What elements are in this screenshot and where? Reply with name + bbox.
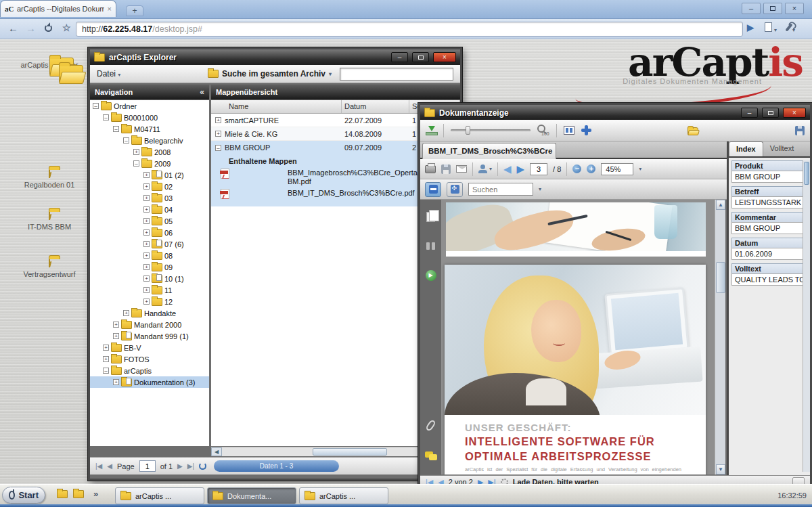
attachments-paperclip-icon[interactable] — [425, 419, 436, 432]
expand-toggle-icon[interactable]: + — [143, 241, 150, 247]
pdf-search-input[interactable] — [468, 183, 533, 196]
expand-toggle-icon[interactable]: + — [143, 264, 150, 270]
fit-window-toggle[interactable] — [447, 182, 463, 197]
tree-item[interactable]: –B0001000 — [90, 112, 209, 123]
tab-close-icon[interactable]: × — [108, 5, 112, 13]
explorer-titlebar[interactable]: arCaptis Explorer – × — [90, 49, 460, 65]
page-number-input[interactable] — [139, 460, 156, 472]
window-minimize-button[interactable]: – — [742, 3, 761, 14]
page-menu-button[interactable]: ▾ — [765, 22, 785, 36]
tree-item[interactable]: –Ordner — [90, 100, 209, 112]
viewer-close-button[interactable]: × — [783, 108, 806, 118]
taskbar-task-button[interactable]: arCaptis ... — [299, 487, 388, 504]
explorer-maximize-button[interactable] — [412, 52, 429, 62]
expand-toggle-icon[interactable]: + — [143, 183, 150, 190]
expand-toggle-icon[interactable]: + — [113, 322, 119, 328]
collapse-toggle-icon[interactable]: – — [93, 103, 99, 109]
first-page-button[interactable]: |◀ — [95, 462, 102, 470]
start-button[interactable]: Start — [2, 487, 45, 504]
next-page-button[interactable]: ▶ — [177, 462, 183, 470]
expand-toggle-icon[interactable]: + — [215, 131, 221, 137]
dropdown-icon[interactable]: ▾ — [639, 166, 641, 172]
pdf-page-input[interactable] — [530, 163, 547, 175]
tree-item[interactable]: +Mandant 2000 — [90, 319, 209, 330]
tree-item[interactable]: +01 (2) — [90, 169, 209, 181]
comments-bubbles-icon[interactable] — [425, 451, 437, 460]
tree-item[interactable]: +05 — [90, 215, 209, 227]
pdf-content-area[interactable]: UNSER GESCHÄFT: INTELLIGENTE SOFTWARE FÜ… — [441, 200, 715, 475]
desktop-icon-vertragsentwurf[interactable]: Vertragsentwurf — [12, 259, 87, 278]
expand-toggle-icon[interactable]: + — [123, 310, 129, 316]
tree-item[interactable]: +02 — [90, 181, 209, 192]
wrench-menu-button[interactable]: ▾ — [788, 23, 795, 33]
tree-item[interactable]: +06 — [90, 227, 209, 238]
menu-datei[interactable]: Datei ▾ — [97, 69, 120, 79]
tree-item[interactable]: +07 (6) — [90, 238, 209, 250]
collapse-toggle-icon[interactable]: – — [113, 126, 119, 132]
expand-toggle-icon[interactable]: + — [143, 229, 150, 236]
archive-search-input[interactable] — [340, 68, 453, 81]
field-value[interactable]: LEISTUNGSSTARK AU — [731, 196, 803, 208]
pdf-vertical-scrollbar[interactable]: ▲ ▼ — [715, 200, 725, 475]
url-omnibox[interactable]: http://62.225.48.17/desktop.jsp# — [76, 22, 743, 37]
taskbar-task-button[interactable]: Dokumenta... — [207, 487, 296, 504]
tree-item[interactable]: +Dokumentation (3) — [90, 376, 209, 388]
column-header-name[interactable]: Name — [211, 100, 342, 113]
window-maximize-button[interactable] — [763, 3, 782, 14]
tree-item[interactable]: +EB-V — [90, 342, 209, 353]
tree-item[interactable]: –2009 — [90, 158, 209, 169]
tree-item[interactable]: +Mandant 999 (1) — [90, 330, 209, 342]
open-folder-icon[interactable] — [687, 127, 698, 135]
zoom-in-icon[interactable]: + — [587, 164, 595, 173]
dropdown-icon[interactable]: ▾ — [539, 186, 541, 192]
zoom-100-button[interactable]: 100 — [537, 125, 549, 136]
tree-item[interactable]: +12 — [90, 296, 209, 307]
document-tab[interactable]: BBM_IT_DMS_Brosch%C3%BCre — [422, 143, 556, 159]
pages-panel-icon[interactable] — [426, 212, 435, 222]
tree-item[interactable]: –arCaptis — [90, 365, 209, 376]
zoom-out-icon[interactable]: − — [572, 164, 581, 173]
tab-index[interactable]: Index — [729, 141, 763, 156]
search-scope-dropdown[interactable]: Suche im gesamten Archiv ▾ — [208, 69, 332, 79]
save-icon[interactable] — [795, 126, 805, 135]
expand-toggle-icon[interactable]: + — [133, 149, 139, 155]
expand-toggle-icon[interactable]: + — [113, 333, 119, 339]
back-button[interactable]: ← — [8, 22, 18, 34]
expand-toggle-icon[interactable]: + — [143, 172, 150, 178]
next-page-arrow-icon[interactable]: ▶ — [517, 163, 525, 175]
expand-toggle-icon[interactable]: + — [143, 218, 150, 224]
index-vertical-scrollbar[interactable] — [803, 160, 810, 472]
scrolling-mode-toggle[interactable] — [425, 182, 441, 197]
viewer-maximize-button[interactable] — [762, 108, 779, 118]
expand-toggle-icon[interactable]: + — [143, 287, 150, 293]
expand-toggle-icon[interactable]: + — [143, 195, 150, 201]
scrollbar-thumb[interactable] — [716, 262, 725, 293]
go-button[interactable]: ▶ — [747, 22, 754, 32]
tree-item[interactable]: –M04711 — [90, 123, 209, 135]
viewer-minimize-button[interactable]: – — [741, 108, 758, 118]
tree-item[interactable]: –Belegarchiv — [90, 135, 209, 146]
viewer-titlebar[interactable]: Dokumentanzeige – × — [420, 105, 810, 120]
prev-page-button[interactable]: ◀ — [107, 462, 112, 470]
quicklaunch-chevron-icon[interactable]: » — [93, 489, 98, 499]
add-icon[interactable] — [581, 125, 591, 135]
collapse-toggle-icon[interactable]: – — [133, 160, 139, 167]
desktop-icon-regalboden-01[interactable]: Regalboden 01 — [12, 169, 87, 189]
desktop-icon-it-dms-bbm[interactable]: IT-DMS BBM — [12, 211, 87, 231]
zoom-level-value[interactable]: 45% — [601, 163, 633, 175]
expand-toggle-icon[interactable]: + — [113, 379, 119, 385]
scroll-up-icon[interactable]: ▲ — [716, 200, 725, 210]
explorer-minimize-button[interactable]: – — [391, 52, 408, 62]
print-icon[interactable] — [425, 165, 436, 173]
expand-toggle-icon[interactable]: + — [143, 206, 150, 213]
expand-toggle-icon[interactable]: + — [103, 356, 109, 362]
field-value[interactable]: QUALITY LEADS TO — [731, 273, 803, 286]
window-close-button[interactable]: × — [785, 3, 804, 14]
slider-thumb[interactable] — [466, 126, 470, 135]
tree-item[interactable]: +09 — [90, 261, 209, 273]
last-page-button[interactable]: ▶| — [187, 462, 194, 470]
forward-circle-icon[interactable]: ▶ — [426, 270, 436, 281]
scrollbar-thumb[interactable] — [804, 162, 809, 185]
expand-toggle-icon[interactable]: + — [143, 275, 150, 282]
forward-button[interactable]: → — [26, 22, 36, 34]
